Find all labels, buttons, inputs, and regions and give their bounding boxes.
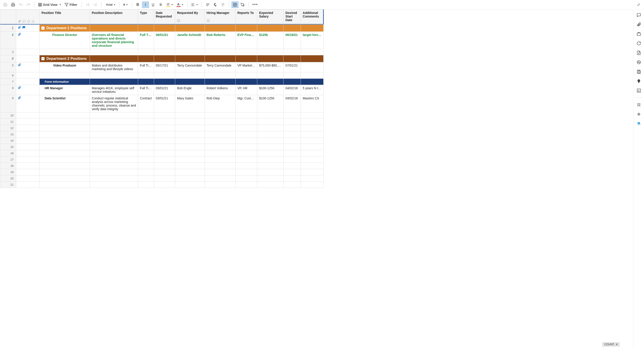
cell-salary[interactable]: $100-125K	[257, 85, 284, 95]
highlight-button[interactable]	[239, 1, 246, 8]
more-button[interactable]: •••	[251, 1, 259, 8]
row-number[interactable]: 3	[0, 49, 16, 55]
format-painter-button[interactable]	[220, 1, 227, 8]
row-number[interactable]: 8	[0, 85, 16, 95]
brandfolder-button[interactable]	[636, 79, 641, 84]
row-number[interactable]: 14	[0, 138, 16, 144]
cell[interactable]: −Department 2 Positions	[40, 55, 90, 62]
table-row[interactable]: 20	[0, 175, 324, 182]
text-color-dropdown[interactable]: A▼	[175, 1, 185, 8]
cell-reports[interactable]: VP, HR	[236, 85, 257, 95]
row-number[interactable]: 2	[0, 32, 16, 49]
section-row-form-info[interactable]: 7 Form Information	[0, 79, 324, 85]
integration-button-3[interactable]	[636, 121, 641, 126]
col-hiring-manager[interactable]: Hiring Manager	[204, 10, 236, 24]
outdent-button[interactable]	[84, 1, 91, 8]
table-row[interactable]: 19	[0, 169, 324, 175]
table-row[interactable]: 14	[0, 138, 324, 144]
corner-cell[interactable]	[0, 10, 16, 24]
row-number[interactable]: 21	[0, 182, 16, 188]
proofs-panel-button[interactable]	[636, 32, 641, 36]
clear-format-button[interactable]	[212, 1, 219, 8]
cell[interactable]: Form Information	[40, 79, 90, 85]
cell-desc[interactable]: Makes and distributes marketing and life…	[90, 62, 138, 72]
table-row[interactable]: 3	[0, 49, 324, 55]
grid-area[interactable]: Position Title Position Description Type…	[0, 10, 633, 348]
cell-mgr[interactable]: Bob Roberts	[204, 32, 236, 49]
cell-type[interactable]: Contract	[138, 95, 154, 112]
row-number[interactable]: 4	[0, 55, 16, 62]
col-position-title[interactable]: Position Title	[40, 10, 90, 24]
cell-reports[interactable]: EVP Finance	[236, 32, 257, 49]
strikethrough-button[interactable]: S	[157, 1, 164, 8]
col-additional-comments[interactable]: Additional Comments	[301, 10, 324, 24]
col-desired-start[interactable]: Desired Start Date	[284, 10, 301, 24]
row-number[interactable]: 11	[0, 119, 16, 125]
table-row[interactable]: 18	[0, 163, 324, 169]
row-number[interactable]: 16	[0, 150, 16, 156]
cell-desc[interactable]: Conduct regular statistical analysis acr…	[90, 95, 138, 112]
row-number[interactable]: 10	[0, 112, 16, 119]
table-row[interactable]: 2 Finance Director Oversees all financia…	[0, 32, 324, 49]
cell-reqby[interactable]: Terry Cannondale	[175, 62, 204, 72]
row-number[interactable]: 15	[0, 144, 16, 150]
col-date-requested[interactable]: Date Requested	[154, 10, 175, 24]
row-number[interactable]: 7	[0, 79, 16, 85]
cell-comments[interactable]: 5 years hi tech	[301, 85, 324, 95]
cell-type[interactable]: Full Time	[138, 62, 154, 72]
attachments-panel-button[interactable]	[636, 22, 641, 27]
table-row[interactable]: 5 Video Producer Makes and distributes m…	[0, 62, 324, 72]
cell-position-title[interactable]: HR Manager	[40, 85, 90, 95]
section-row-dept2[interactable]: 4 −Department 2 Positions	[0, 55, 324, 62]
row-number[interactable]: 6	[0, 72, 16, 79]
integration-button-1[interactable]	[636, 102, 641, 107]
row-number[interactable]: 18	[0, 163, 16, 169]
cell-reqby[interactable]: Mary Gates	[175, 95, 204, 112]
cell-date[interactable]: 06/01/21	[154, 32, 175, 49]
row-number[interactable]: 1	[0, 25, 16, 32]
table-row[interactable]: 12	[0, 125, 324, 131]
cell-mgr[interactable]: Rob Diep	[204, 95, 236, 112]
grid-view-dropdown[interactable]: Grid View ▼	[37, 1, 63, 8]
table-row[interactable]: 6	[0, 72, 324, 79]
fill-color-dropdown[interactable]: ▼	[165, 1, 175, 8]
underline-button[interactable]: U	[150, 1, 157, 8]
row-number[interactable]: 20	[0, 175, 16, 182]
row-number[interactable]: 19	[0, 169, 16, 175]
print-button[interactable]	[10, 1, 17, 8]
cell-date[interactable]: 03/01/21	[154, 85, 175, 95]
work-insights-button[interactable]	[636, 88, 641, 93]
section-row-dept1[interactable]: 1 −Department 1 Positions	[0, 25, 324, 32]
cell-desc[interactable]: Manages 401K, employee self service init…	[90, 85, 138, 95]
cell-mgr[interactable]: Robert Volkens	[204, 85, 236, 95]
update-requests-button[interactable]	[636, 41, 641, 46]
cell-date[interactable]: 05/17/21	[154, 62, 175, 72]
row-number[interactable]: 12	[0, 125, 16, 131]
undo-button[interactable]	[17, 1, 24, 8]
table-row[interactable]: 16	[0, 150, 324, 156]
table-row[interactable]: 9 Data Scientist Conduct regular statist…	[0, 95, 324, 112]
col-type[interactable]: Type	[138, 10, 154, 24]
collapse-panel-button[interactable]	[635, 1, 642, 8]
wrap-button[interactable]	[204, 1, 211, 8]
table-row[interactable]: 21	[0, 182, 324, 188]
align-dropdown[interactable]: ▼	[190, 1, 200, 8]
collapse-icon[interactable]: −	[41, 26, 44, 30]
cell-reqby[interactable]: Janelle Schmidt	[175, 32, 204, 49]
col-requested-by[interactable]: Requested By	[175, 10, 204, 24]
activity-log-button[interactable]	[636, 60, 641, 65]
save-button[interactable]	[2, 1, 9, 8]
table-row[interactable]: 8 HR Manager Manages 401K, employee self…	[0, 85, 324, 95]
cell-date[interactable]: 03/01/21	[154, 95, 175, 112]
cell-reports[interactable]: Mgr, Customer	[236, 95, 257, 112]
table-row[interactable]: 13	[0, 131, 324, 138]
table-row[interactable]: 17	[0, 156, 324, 163]
table-row[interactable]: 11	[0, 119, 324, 125]
cell[interactable]: −Department 1 Positions	[40, 25, 90, 32]
cell-start[interactable]: 07/01/21	[284, 62, 301, 72]
cell-comments[interactable]	[301, 62, 324, 72]
filter-button[interactable]: Filter	[63, 1, 80, 8]
redo-button[interactable]	[25, 1, 32, 8]
cell-type[interactable]: Full Time	[138, 32, 154, 49]
cell-mgr[interactable]: Terry Cannondale	[204, 62, 236, 72]
